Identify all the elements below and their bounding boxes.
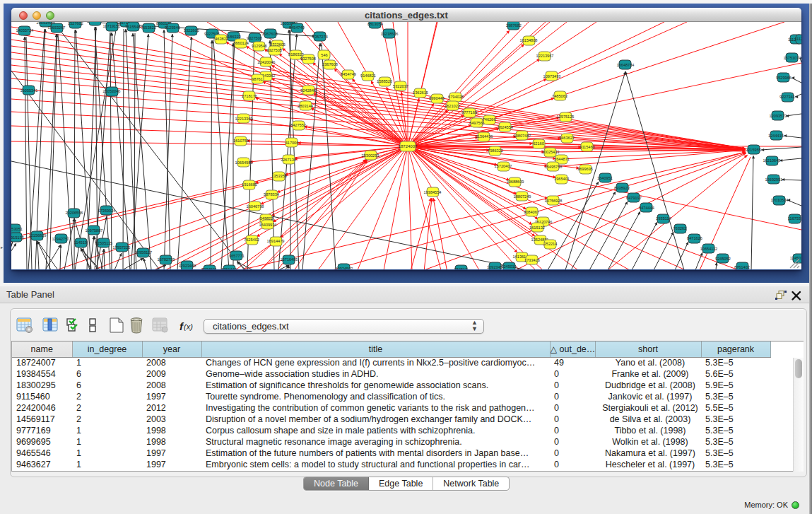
svg-text:2803144: 2803144 bbox=[298, 104, 313, 108]
svg-text:12942757: 12942757 bbox=[52, 237, 70, 241]
svg-text:18807249: 18807249 bbox=[514, 194, 531, 199]
svg-text:10688609: 10688609 bbox=[507, 180, 524, 184]
svg-text:8454749: 8454749 bbox=[341, 72, 356, 76]
svg-text:8427552: 8427552 bbox=[290, 123, 306, 127]
svg-text:15720407: 15720407 bbox=[495, 164, 512, 168]
svg-text:16154808: 16154808 bbox=[520, 38, 538, 42]
svg-text:6794028: 6794028 bbox=[448, 95, 464, 99]
svg-text:1733426: 1733426 bbox=[524, 258, 540, 262]
svg-text:12505115: 12505115 bbox=[95, 241, 112, 245]
svg-text:10654983: 10654983 bbox=[235, 160, 253, 165]
svg-text:8660124: 8660124 bbox=[233, 41, 249, 45]
svg-text:8990448: 8990448 bbox=[429, 96, 445, 100]
svg-text:20206556: 20206556 bbox=[66, 211, 83, 215]
svg-text:784512: 784512 bbox=[454, 267, 468, 269]
svg-text:9115460: 9115460 bbox=[579, 145, 594, 149]
svg-text:7625402: 7625402 bbox=[244, 238, 259, 242]
svg-text:1965401: 1965401 bbox=[554, 177, 570, 181]
svg-text:1353051: 1353051 bbox=[11, 227, 23, 231]
svg-text:8761402: 8761402 bbox=[734, 265, 750, 269]
svg-text:10653267: 10653267 bbox=[48, 25, 66, 30]
svg-text:3915155: 3915155 bbox=[11, 235, 24, 240]
svg-text:18724007: 18724007 bbox=[399, 144, 418, 148]
svg-text:5322037: 5322037 bbox=[393, 84, 408, 88]
svg-text:7485063: 7485063 bbox=[552, 94, 567, 98]
svg-text:9245011: 9245011 bbox=[501, 264, 516, 269]
svg-text:6466160: 6466160 bbox=[88, 22, 103, 23]
svg-text:1092345: 1092345 bbox=[487, 265, 502, 269]
svg-text:10924502: 10924502 bbox=[336, 267, 353, 269]
svg-text:9327505: 9327505 bbox=[266, 48, 282, 52]
svg-text:8471626: 8471626 bbox=[687, 236, 702, 240]
svg-text:9227341: 9227341 bbox=[779, 95, 795, 99]
svg-text:9146821: 9146821 bbox=[360, 74, 376, 78]
svg-text:10973493: 10973493 bbox=[543, 74, 561, 78]
svg-text:9777169: 9777169 bbox=[461, 110, 477, 115]
svg-text:62160: 62160 bbox=[533, 141, 544, 146]
svg-text:5878334: 5878334 bbox=[264, 192, 279, 197]
svg-text:252214: 252214 bbox=[544, 242, 558, 246]
svg-text:9699695: 9699695 bbox=[577, 167, 593, 171]
svg-text:9129546: 9129546 bbox=[252, 44, 267, 48]
svg-text:9327508: 9327508 bbox=[300, 57, 316, 61]
svg-text:17957225: 17957225 bbox=[113, 245, 131, 250]
svg-text:3267130: 3267130 bbox=[281, 158, 296, 162]
svg-text:16055341: 16055341 bbox=[20, 88, 38, 93]
svg-text:9242848: 9242848 bbox=[300, 88, 316, 93]
svg-text:16210643: 16210643 bbox=[763, 158, 781, 163]
svg-text:25053346: 25053346 bbox=[103, 89, 121, 93]
svg-text:19384554: 19384554 bbox=[424, 190, 442, 194]
svg-text:15692951: 15692951 bbox=[765, 177, 783, 182]
svg-text:3624554: 3624554 bbox=[498, 125, 513, 129]
svg-text:9474444: 9474444 bbox=[639, 206, 654, 210]
svg-text:12450112: 12450112 bbox=[790, 256, 801, 260]
svg-text:2718176: 2718176 bbox=[242, 94, 257, 98]
svg-text:16046798: 16046798 bbox=[247, 204, 264, 209]
svg-text:2935114: 2935114 bbox=[656, 216, 671, 221]
svg-text:1916685: 1916685 bbox=[242, 182, 257, 187]
svg-text:16914479: 16914479 bbox=[267, 239, 285, 243]
svg-text:1244415: 1244415 bbox=[768, 134, 784, 138]
svg-text:417006: 417006 bbox=[286, 141, 299, 145]
svg-text:16648784: 16648784 bbox=[617, 63, 635, 67]
svg-text:5322605: 5322605 bbox=[184, 28, 199, 33]
svg-text:8938923: 8938923 bbox=[614, 186, 630, 190]
svg-text:12093573: 12093573 bbox=[770, 114, 787, 118]
svg-text:1112541: 1112541 bbox=[795, 37, 801, 41]
svg-text:9129546: 9129546 bbox=[165, 25, 180, 30]
svg-text:16782759: 16782759 bbox=[158, 257, 175, 262]
svg-text:1615132: 1615132 bbox=[529, 226, 545, 230]
svg-text:3215955: 3215955 bbox=[746, 148, 761, 152]
svg-text:17010504: 17010504 bbox=[771, 198, 789, 202]
svg-text:8813054: 8813054 bbox=[367, 22, 383, 26]
svg-text:10756928: 10756928 bbox=[545, 199, 563, 203]
svg-text:546: 546 bbox=[321, 53, 327, 57]
svg-text:10958117: 10958117 bbox=[135, 250, 152, 255]
svg-text:8454749: 8454749 bbox=[289, 25, 305, 30]
svg-text:114519: 114519 bbox=[74, 240, 87, 245]
svg-text:15751074: 15751074 bbox=[784, 56, 801, 60]
svg-text:19218506: 19218506 bbox=[381, 32, 399, 36]
svg-text:9245052: 9245052 bbox=[715, 257, 731, 261]
svg-text:14055724: 14055724 bbox=[16, 28, 34, 33]
svg-text:1610753: 1610753 bbox=[233, 139, 249, 143]
svg-text:1362615: 1362615 bbox=[413, 90, 428, 95]
svg-text:(x): (x) bbox=[184, 322, 193, 331]
svg-text:1588520: 1588520 bbox=[377, 79, 392, 83]
svg-text:12213369: 12213369 bbox=[235, 117, 253, 121]
svg-text:9084067: 9084067 bbox=[524, 210, 539, 214]
svg-text:2367608: 2367608 bbox=[322, 62, 338, 66]
svg-text:1527602: 1527602 bbox=[68, 22, 83, 25]
svg-text:7986322: 7986322 bbox=[488, 148, 503, 153]
svg-text:10807487: 10807487 bbox=[514, 134, 531, 138]
svg-text:2644871: 2644871 bbox=[554, 157, 570, 161]
svg-text:21364436: 21364436 bbox=[476, 134, 493, 139]
svg-text:2987682: 2987682 bbox=[506, 23, 522, 28]
svg-text:10654112: 10654112 bbox=[700, 247, 717, 251]
svg-text:6479197: 6479197 bbox=[626, 196, 642, 200]
svg-text:9657771: 9657771 bbox=[229, 254, 245, 258]
svg-text:98761: 98761 bbox=[252, 77, 263, 81]
svg-text:17359924: 17359924 bbox=[98, 209, 116, 213]
svg-text:12975125: 12975125 bbox=[557, 115, 575, 119]
svg-text:9327508: 9327508 bbox=[247, 36, 262, 40]
